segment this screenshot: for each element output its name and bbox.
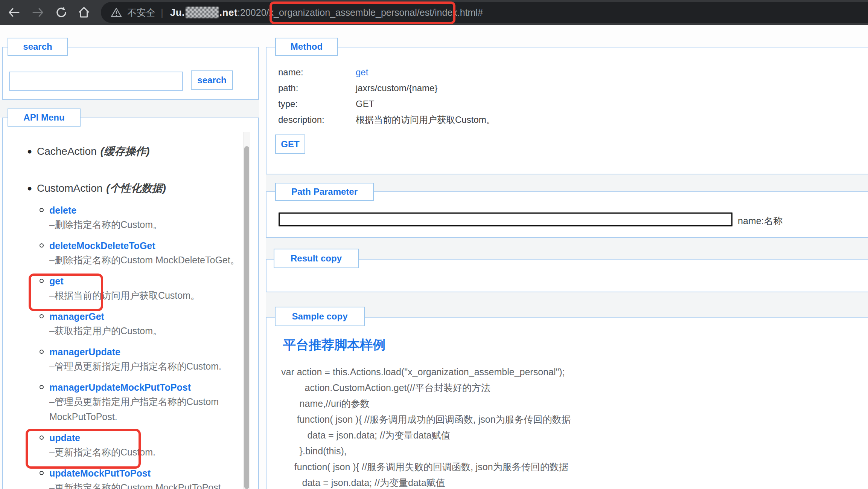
item-circle-icon [40,274,49,303]
forward-arrow-icon [32,6,44,19]
menu-link-managerUpdateMockPutToPost[interactable]: managerUpdateMockPutToPost [49,381,191,394]
search-input[interactable] [9,72,183,91]
get-execute-button[interactable]: GET [275,134,305,154]
menu-link-managerGet[interactable]: managerGet [49,310,104,323]
menu-scrollbar-thumb[interactable] [244,146,249,489]
item-circle-icon [40,203,49,232]
url-host-prefix: Ju. [170,7,185,18]
method-legend: Method [275,38,338,56]
menu-link-deleteMockDeleteToGet[interactable]: deleteMockDeleteToGet [49,239,155,252]
method-rows: name: get path: jaxrs/custom/{name} type… [278,64,495,128]
method-row-name: name: get [278,64,495,80]
item-circle-icon [40,431,49,460]
item-circle-icon [40,466,49,489]
method-row-description: description: 根据当前的访问用户获取Custom。 [278,112,495,128]
menu-desc: –更新指定名称的Custom. [49,445,240,460]
menu-desc: –更新指定名称的Custom MockPutToPost. [49,480,240,489]
path-parameter-legend: Path Parameter [275,183,374,201]
menu-link-managerUpdate[interactable]: managerUpdate [49,345,120,359]
api-menu-legend: API Menu [8,108,81,127]
menu-link-updateMockPutToPost[interactable]: updateMockPutToPost [49,466,151,480]
menu-item-managerUpdateMockPutToPost: managerUpdateMockPutToPost –管理员更新指定用户指定名… [40,381,240,424]
menu-link-get[interactable]: get [49,274,64,288]
group-name: CacheAction [37,144,97,159]
sample-copy-legend: Sample copy [275,307,365,326]
api-menu-list: ● CacheAction (缓存操作) ● CustomAction (个性化… [27,144,240,489]
item-circle-icon [40,381,49,424]
search-section-legend: search [8,38,68,56]
menu-item-updateMockPutToPost: updateMockPutToPost –更新指定名称的Custom MockP… [40,466,240,489]
forward-button[interactable] [29,4,47,21]
row-value: GET [356,99,374,109]
menu-desc: –管理员更新指定用户指定名称的Custom MockPutToPost. [49,394,240,424]
sample-heading: 平台推荐脚本样例 [283,336,385,354]
menu-item-deleteMockDeleteToGet: deleteMockDeleteToGet –删除指定名称的Custom Moc… [40,239,240,267]
censored-host-blur [186,7,219,18]
group-annotation: (缓存操作) [101,144,150,159]
menu-link-update[interactable]: update [49,431,80,445]
group-annotation: (个性化数据) [106,181,166,196]
search-button[interactable]: search [191,70,233,90]
item-circle-icon [40,239,49,267]
result-copy-legend: Result copy [274,249,359,268]
reload-icon [55,6,68,19]
back-arrow-icon [8,6,20,19]
item-circle-icon [40,310,49,338]
menu-item-update: update –更新指定名称的Custom. [40,431,240,460]
url-path-rest: est/index.html# [420,7,483,18]
menu-desc: –删除指定名称的Custom MockDeleteToGet。 [49,252,240,267]
url-separator: | [161,7,163,18]
group-bullet-icon: ● [27,181,37,196]
row-label: description: [278,115,356,125]
not-secure-warning-icon [111,7,122,18]
menu-item-managerUpdate: managerUpdate –管理员更新指定用户指定名称的Custom. [40,345,240,374]
menu-desc: –删除指定名称的Custom。 [49,217,240,232]
menu-desc: –管理员更新指定用户指定名称的Custom. [49,359,240,374]
url-host-suffix: .net [219,7,238,18]
custom-action-items: delete –删除指定名称的Custom。 deleteMockDeleteT… [40,203,240,489]
url-port: :20020 [238,7,266,18]
menu-item-managerGet: managerGet –获取指定用户的Custom。 [40,310,240,338]
menu-desc: –获取指定用户的Custom。 [49,323,240,338]
method-row-path: path: jaxrs/custom/{name} [278,80,495,96]
reload-button[interactable] [53,4,70,21]
menu-group-cacheaction: ● CacheAction (缓存操作) [27,144,240,159]
menu-item-delete: delete –删除指定名称的Custom。 [40,203,240,232]
home-icon [77,6,91,19]
page: 不安全 | Ju. .net :20020 /x_organization_as… [0,0,868,489]
menu-item-get: get –根据当前的访问用户获取Custom。 [40,274,240,303]
home-button[interactable] [75,4,93,21]
item-circle-icon [40,345,49,374]
menu-desc: –根据当前的访问用户获取Custom。 [49,288,240,303]
not-secure-label: 不安全 [127,6,155,19]
back-button[interactable] [5,4,23,21]
row-value: jaxrs/custom/{name} [356,83,437,93]
method-row-type: type: GET [278,96,495,112]
menu-group-customaction: ● CustomAction (个性化数据) [27,181,240,196]
group-name: CustomAction [37,181,102,196]
sample-code-block: var action = this.Actions.load("x_organi… [281,364,571,489]
path-parameter-name-input[interactable] [279,212,732,226]
row-label: type: [278,99,356,109]
row-label: path: [278,83,356,93]
method-name-link[interactable]: get [356,67,368,78]
row-value: 根据当前的访问用户获取Custom。 [356,114,495,126]
url-path-highlighted: /x_organization_assemble_personal/ [266,7,420,18]
menu-link-delete[interactable]: delete [49,203,76,217]
path-parameter-label: name:名称 [738,215,783,227]
group-bullet-icon: ● [27,144,37,159]
browser-toolbar: 不安全 | Ju. .net :20020 /x_organization_as… [0,0,868,25]
address-bar[interactable]: 不安全 | Ju. .net :20020 /x_organization_as… [101,2,868,23]
row-label: name: [278,67,356,78]
